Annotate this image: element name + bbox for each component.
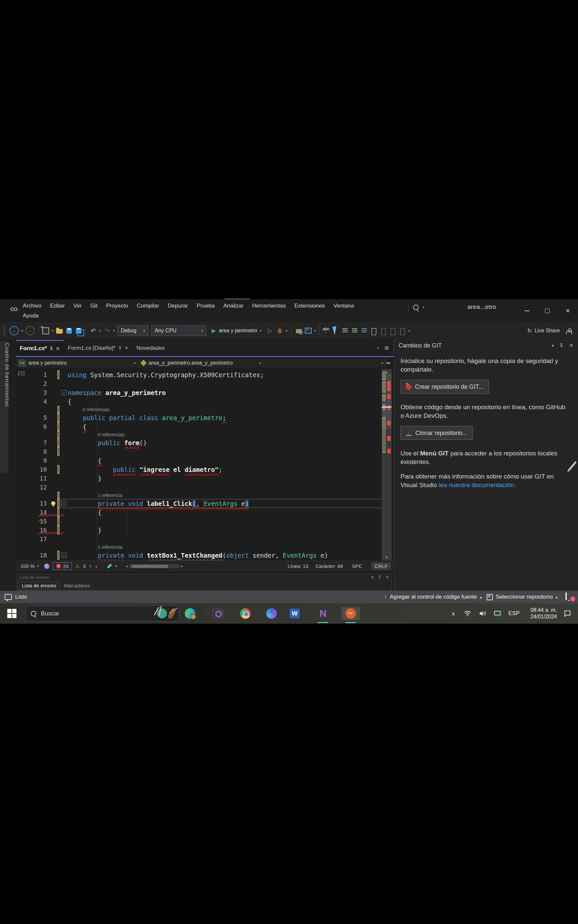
- menu-item-git[interactable]: Git: [86, 301, 102, 310]
- pin-icon[interactable]: ⊼: [119, 346, 122, 351]
- fold-marker[interactable]: −: [62, 553, 66, 558]
- documentation-link[interactable]: lea nuestra documentación.: [439, 481, 516, 489]
- zoom-dropdown[interactable]: 100 % ▾: [18, 563, 41, 569]
- code-line-row[interactable]: 9 {: [16, 456, 382, 465]
- code-line-row[interactable]: 16 }: [16, 526, 382, 534]
- line-indicator[interactable]: Línea: 13: [288, 563, 308, 569]
- redo-button[interactable]: ↷: [104, 325, 111, 336]
- add-to-source-control-button[interactable]: ↑ Agregar al control de código fuente ▴: [384, 594, 482, 600]
- chevron-down-icon[interactable]: ▾: [552, 343, 554, 348]
- vertical-scrollbar[interactable]: ▴ ▾: [382, 369, 391, 560]
- taskbar-chrome-icon[interactable]: [239, 607, 252, 620]
- split-window-icon[interactable]: ⇹: [386, 360, 390, 366]
- spell-checker-button[interactable]: abc ✓: [322, 325, 330, 336]
- solution-configurations-dropdown[interactable]: Debug▾: [117, 325, 149, 336]
- clock[interactable]: 08:44 a. m. 24/01/2024: [523, 607, 557, 620]
- toolbox-tab[interactable]: Cuadro de herramientas: [4, 343, 10, 407]
- codelens-label[interactable]: 0 referencias: [83, 407, 110, 412]
- project-dropdown[interactable]: C# area y perimetro ▾: [16, 358, 138, 368]
- save-button[interactable]: [65, 325, 73, 336]
- code-line-row[interactable]: 11 }: [16, 474, 382, 483]
- hot-reload-button[interactable]: [276, 325, 283, 336]
- lightbulb-icon[interactable]: [51, 501, 55, 505]
- wifi-icon[interactable]: [460, 611, 475, 616]
- code-line-row[interactable]: 10 public "ingrese el diametro";: [16, 465, 382, 474]
- taskbar-word-icon[interactable]: W: [288, 607, 301, 620]
- tab-form1-cs-design[interactable]: Form1.cs [Diseño]* ⊼ ✕: [64, 340, 133, 356]
- language-indicator[interactable]: ESP: [505, 610, 523, 617]
- close-icon[interactable]: ✕: [569, 343, 573, 349]
- hot-reload-dropdown[interactable]: ▾: [286, 329, 288, 333]
- minimize-button[interactable]: [516, 303, 537, 318]
- back-dropdown[interactable]: ▾: [21, 329, 23, 333]
- find-in-files-button[interactable]: [295, 325, 302, 336]
- code-lines[interactable]: 1using System.Security.Cryptography.X509…: [16, 370, 382, 560]
- member-dropdown[interactable]: ▾: [264, 358, 386, 368]
- undo-button[interactable]: ↶: [90, 325, 97, 336]
- menu-item-depurar[interactable]: Depurar: [164, 301, 192, 310]
- space-mode-indicator[interactable]: SPC: [350, 562, 364, 570]
- taskbar-edge-icon[interactable]: [183, 607, 196, 620]
- code-editor[interactable]: { 1using System.Security.Cryptography.X5…: [16, 369, 394, 560]
- codelens-row[interactable]: 0 referencias: [16, 431, 382, 438]
- menu-item-compilar[interactable]: Compilar: [132, 301, 163, 310]
- hidden-icons-chevron[interactable]: ∧: [447, 611, 460, 617]
- feedback-icon[interactable]: [5, 594, 12, 600]
- scroll-down-icon[interactable]: ▾: [382, 555, 391, 560]
- solution-platforms-dropdown[interactable]: Any CPU▾: [151, 325, 206, 336]
- codelens-label[interactable]: 1 referencia: [98, 544, 122, 550]
- tab-marcadores[interactable]: Marcadores: [60, 582, 93, 589]
- pin-icon[interactable]: ⊼: [50, 346, 53, 351]
- pencil-icon[interactable]: [568, 461, 577, 471]
- scroll-right-icon[interactable]: ▸: [181, 564, 183, 568]
- close-icon[interactable]: ✕: [125, 346, 128, 351]
- taskbar-search-box[interactable]: Buscar: [26, 606, 179, 621]
- codelens-row[interactable]: 1 referencia: [16, 492, 382, 499]
- save-all-button[interactable]: [75, 325, 82, 336]
- code-line-row[interactable]: 17: [16, 534, 382, 544]
- code-cleanup-icon[interactable]: [107, 563, 112, 568]
- live-share-button[interactable]: ↻ Live Share: [527, 327, 560, 334]
- toolbar-drag-handle[interactable]: [318, 326, 320, 335]
- restore-button[interactable]: [537, 303, 557, 318]
- close-button[interactable]: ✕: [557, 303, 578, 318]
- menu-item-ayuda[interactable]: Ayuda: [18, 311, 43, 320]
- bookmark-dropdown[interactable]: ▾: [408, 329, 411, 333]
- warning-icon[interactable]: ⚠: [75, 563, 80, 569]
- menu-item-extensiones[interactable]: Extensiones: [290, 301, 329, 310]
- start-button[interactable]: [7, 609, 16, 618]
- codelens-row[interactable]: 0 referencias: [16, 406, 382, 413]
- line-ending-indicator[interactable]: CRLF: [372, 562, 391, 570]
- taskbar-microsoft365-icon[interactable]: [265, 607, 278, 620]
- type-dropdown[interactable]: area_y_perimetro.area_y_perimetro ▾: [138, 358, 264, 368]
- scroll-left-icon[interactable]: ◂: [126, 564, 128, 568]
- volume-icon[interactable]: [475, 611, 490, 616]
- new-project-dropdown[interactable]: ▾: [52, 329, 54, 333]
- pin-icon[interactable]: ⊼: [378, 575, 381, 580]
- character-indicator[interactable]: Carácter: 49: [315, 563, 343, 569]
- menu-item-proyecto[interactable]: Proyecto: [102, 301, 132, 310]
- clone-repository-button[interactable]: Clonar repositorio...: [401, 426, 473, 440]
- hscroll-thumb[interactable]: [132, 565, 168, 568]
- code-line-row[interactable]: 14 {: [16, 508, 382, 517]
- redo-dropdown[interactable]: ▾: [113, 329, 115, 333]
- code-line-row[interactable]: 8: [16, 447, 382, 456]
- code-line-row[interactable]: 2: [16, 379, 382, 388]
- quick-search[interactable]: ▾: [413, 305, 425, 310]
- notification-center-button[interactable]: [557, 610, 578, 617]
- cast-device-icon[interactable]: [490, 610, 505, 617]
- undo-dropdown[interactable]: ▾: [99, 329, 101, 333]
- menu-item-analizar[interactable]: Analizar: [219, 301, 248, 310]
- start-debugging-button[interactable]: ▶ area y perimetro ▾: [209, 327, 264, 334]
- previous-bookmark-button[interactable]: [380, 325, 387, 336]
- code-line-row[interactable]: 13− private void label1_Click(, EventArg…: [16, 499, 382, 508]
- horizontal-scrollbar[interactable]: ◂ ▸: [126, 564, 183, 568]
- taskbar-visual-studio-icon[interactable]: N: [317, 607, 330, 620]
- previous-issue-button[interactable]: ↑: [89, 563, 92, 569]
- code-line-row[interactable]: 12: [16, 483, 382, 492]
- select-tool-button[interactable]: [332, 325, 339, 336]
- format-document-button[interactable]: [341, 325, 349, 336]
- taskbar-active-app-icon[interactable]: ✂: [341, 607, 360, 620]
- code-line-row[interactable]: 5 public partial class area_y_perimetro;: [16, 413, 382, 422]
- chevron-down-icon[interactable]: ▾: [372, 575, 373, 580]
